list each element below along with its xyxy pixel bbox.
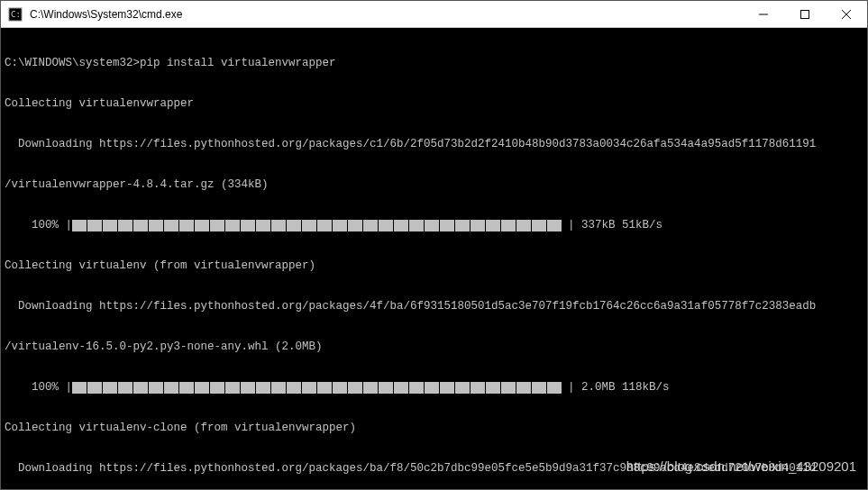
output-line: Collecting virtualenvwrapper [5, 97, 863, 111]
prompt: C:\WINDOWS\system32> [5, 57, 140, 69]
svg-line-4 [842, 10, 851, 19]
watermark: https://blog.csdn.net/weixin_43209201 [626, 459, 856, 473]
titlebar[interactable]: C: C:\Windows\System32\cmd.exe [1, 1, 867, 28]
output-line: /virtualenvwrapper-4.8.4.tar.gz (334kB) [5, 178, 863, 192]
output-line: Collecting virtualenv (from virtualenvwr… [5, 259, 863, 273]
output-line: Downloading https://files.pythonhosted.o… [5, 138, 863, 151]
window-title: C:\Windows\System32\cmd.exe [30, 8, 743, 21]
cmd-icon: C: [8, 7, 23, 22]
output-line: /virtualenv-16.5.0-py2.py3-none-any.whl … [5, 340, 863, 354]
maximize-button[interactable] [784, 1, 826, 27]
minimize-button[interactable] [743, 1, 784, 27]
progress-line: 100% || 337kB 51kB/s [5, 219, 863, 232]
cmd-window: C: C:\Windows\System32\cmd.exe C:\WINDOW… [0, 0, 868, 490]
svg-rect-3 [801, 10, 809, 18]
command: pip install virtualenvwrapper [140, 57, 336, 69]
window-controls [743, 1, 867, 27]
svg-line-5 [842, 10, 851, 19]
svg-text:C:: C: [11, 10, 21, 19]
output-line: Downloading https://files.pythonhosted.o… [5, 300, 863, 313]
terminal-output[interactable]: C:\WINDOWS\system32>pip install virtuale… [1, 28, 867, 489]
progress-bar [72, 382, 562, 394]
close-button[interactable] [826, 1, 867, 27]
progress-bar [72, 220, 562, 231]
output-line: Collecting virtualenv-clone (from virtua… [5, 422, 863, 435]
progress-line: 100% || 2.0MB 118kB/s [5, 381, 863, 395]
